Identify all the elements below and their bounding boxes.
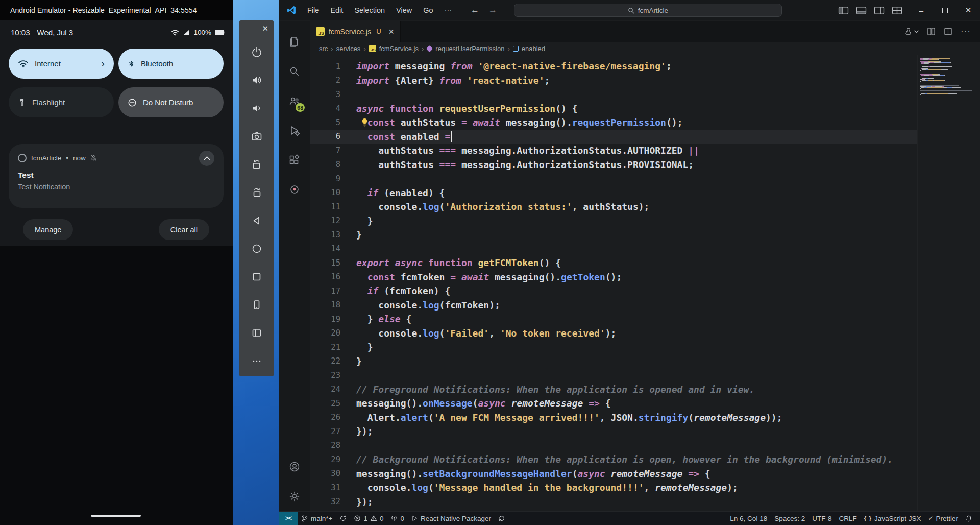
code-line[interactable]: 15export async function getFCMToken() { — [310, 256, 917, 270]
tile-do-not-disturb[interactable]: Do Not Disturb — [118, 87, 224, 117]
collapse-notification-button[interactable] — [199, 151, 214, 166]
customize-layout-icon[interactable] — [892, 6, 902, 15]
notifications-bell-icon[interactable] — [962, 512, 976, 525]
code-line[interactable]: 13} — [310, 228, 917, 242]
code-line[interactable]: 16 const fcmToken = await messaging().ge… — [310, 270, 917, 284]
manage-button[interactable]: Manage — [23, 219, 73, 240]
settings-gear-icon[interactable] — [282, 482, 307, 511]
breadcrumb-src[interactable]: src — [319, 45, 328, 53]
window-maximize-button[interactable] — [933, 0, 957, 20]
split-editor-icon[interactable] — [944, 27, 952, 36]
code-line[interactable]: 17 if (fcmToken) { — [310, 284, 917, 298]
back-icon[interactable] — [239, 206, 274, 234]
code-line[interactable]: 26 Alert.alert('A new FCM Message arrive… — [310, 411, 917, 425]
tile-bluetooth[interactable]: Bluetooth — [118, 49, 224, 79]
notification-card[interactable]: fcmArticle • now Test Test Notification — [9, 144, 224, 208]
formatter-status[interactable]: ✓ Prettier — [924, 512, 962, 525]
ports-status[interactable]: 0 — [387, 512, 408, 525]
code-line[interactable]: 21 } — [310, 340, 917, 354]
window-close-button[interactable]: ✕ — [957, 0, 980, 20]
breadcrumb-symbol[interactable]: requestUserPermission — [435, 45, 504, 53]
breadcrumb-symbol-child[interactable]: enabled — [522, 45, 545, 53]
toggle-panel-icon[interactable] — [856, 6, 867, 15]
window-minimize-button[interactable]: – — [910, 0, 933, 20]
volume-up-icon[interactable] — [239, 66, 274, 94]
code-line[interactable]: 6 const enabled = — [310, 130, 917, 144]
cursor-position-status[interactable]: Ln 6, Col 18 — [726, 512, 771, 525]
tab-fcmservice[interactable]: JS fcmService.js U ✕ — [310, 21, 401, 42]
code-line[interactable]: 12 } — [310, 214, 917, 228]
home-icon[interactable] — [239, 234, 274, 262]
emulator-screen[interactable]: 10:03 Wed, Jul 3 100% — [0, 20, 233, 525]
code-line[interactable]: 28 — [310, 439, 917, 453]
phone-icon[interactable] — [239, 291, 274, 319]
menu-file[interactable]: File — [302, 6, 325, 14]
emulator-close-button[interactable]: ✕ — [262, 24, 268, 33]
code-line[interactable]: 19 } else { — [310, 312, 917, 326]
code-line[interactable]: 22} — [310, 354, 917, 369]
explorer-icon[interactable] — [282, 27, 307, 57]
code-line[interactable]: 18 console.log(fcmToken); — [310, 298, 917, 313]
run-and-debug-icon[interactable] — [282, 116, 307, 146]
overview-icon[interactable] — [239, 262, 274, 291]
menu-go[interactable]: Go — [418, 6, 438, 14]
rotate-right-icon[interactable] — [239, 178, 274, 206]
code-line[interactable]: 5 const authStatus = await messaging().r… — [310, 115, 917, 130]
history-forward-button[interactable]: → — [488, 5, 497, 15]
remote-indicator[interactable]: >< — [279, 512, 298, 525]
code-line[interactable]: 4async function requestUserPermission() … — [310, 102, 917, 116]
menu-view[interactable]: View — [390, 6, 418, 14]
command-center-search[interactable]: fcmArticle — [514, 4, 782, 17]
code-line[interactable]: 24// Foreground Notifications: When the … — [310, 383, 917, 397]
tab-close-icon[interactable]: ✕ — [388, 28, 395, 36]
open-changes-icon[interactable] — [927, 27, 936, 36]
breadcrumb-file[interactable]: fcmService.js — [379, 45, 419, 53]
encoding-status[interactable]: UTF-8 — [808, 512, 835, 525]
tile-flashlight[interactable]: Flashlight — [9, 87, 114, 117]
code-line[interactable]: 1import messaging from '@react-native-fi… — [310, 59, 917, 74]
home-indicator[interactable] — [91, 515, 141, 517]
indentation-status[interactable]: Spaces: 2 — [771, 512, 808, 525]
code-line[interactable]: 10 if (enabled) { — [310, 186, 917, 200]
code-line[interactable]: 30messaging().setBackgroundMessageHandle… — [310, 467, 917, 481]
tile-internet[interactable]: Internet › — [9, 49, 114, 79]
menu-more[interactable]: ··· — [439, 6, 458, 14]
run-tests-icon[interactable] — [904, 27, 919, 36]
code-line[interactable]: 32}); — [310, 495, 917, 509]
toggle-secondary-sidebar-icon[interactable] — [874, 6, 885, 15]
code-line[interactable]: 3 — [310, 87, 917, 102]
menu-edit[interactable]: Edit — [325, 6, 349, 14]
breadcrumb-services[interactable]: services — [336, 45, 361, 53]
task-react-native-packager[interactable]: React Native Packager — [408, 512, 495, 525]
camera-icon[interactable] — [239, 122, 274, 150]
problems-status[interactable]: 1 0 — [350, 512, 387, 525]
lightbulb-icon[interactable] — [360, 118, 369, 127]
clear-all-button[interactable]: Clear all — [159, 219, 209, 240]
more-icon[interactable] — [239, 347, 274, 375]
extension-view-icon[interactable] — [282, 175, 307, 205]
fold-icon[interactable] — [239, 319, 274, 347]
search-view-icon[interactable] — [282, 57, 307, 86]
code-line[interactable]: 9 — [310, 172, 917, 186]
code-line[interactable]: 27}); — [310, 424, 917, 439]
emulator-minimize-button[interactable]: – — [244, 25, 249, 33]
history-back-button[interactable]: ← — [471, 5, 479, 15]
git-branch-status[interactable]: main*+ — [298, 512, 336, 525]
code-line[interactable]: 23 — [310, 368, 917, 383]
accounts-icon[interactable]: 68 — [282, 86, 307, 116]
rotate-left-icon[interactable] — [239, 150, 274, 178]
code-line[interactable]: 11 console.log('Authorization status:', … — [310, 200, 917, 214]
code-line[interactable]: 8 authStatus === messaging.Authorization… — [310, 158, 917, 172]
code-line[interactable]: 31 console.log('Message handled in the b… — [310, 481, 917, 495]
account-icon[interactable] — [282, 452, 307, 482]
emulator-title-bar[interactable]: Android Emulator - Resizable_Experimenta… — [0, 0, 233, 20]
code-line[interactable]: 29// Background Notifications: When the … — [310, 452, 917, 467]
volume-down-icon[interactable] — [239, 94, 274, 122]
code-editor[interactable]: 1import messaging from '@react-native-fi… — [310, 55, 917, 511]
code-line[interactable]: 7 authStatus === messaging.Authorization… — [310, 144, 917, 158]
language-mode-status[interactable]: { } JavaScript JSX — [861, 512, 925, 525]
menu-selection[interactable]: Selection — [349, 6, 390, 14]
minimap[interactable] — [917, 55, 980, 511]
code-line[interactable]: 2import {Alert} from 'react-native'; — [310, 74, 917, 88]
sync-changes-icon[interactable] — [336, 512, 350, 525]
